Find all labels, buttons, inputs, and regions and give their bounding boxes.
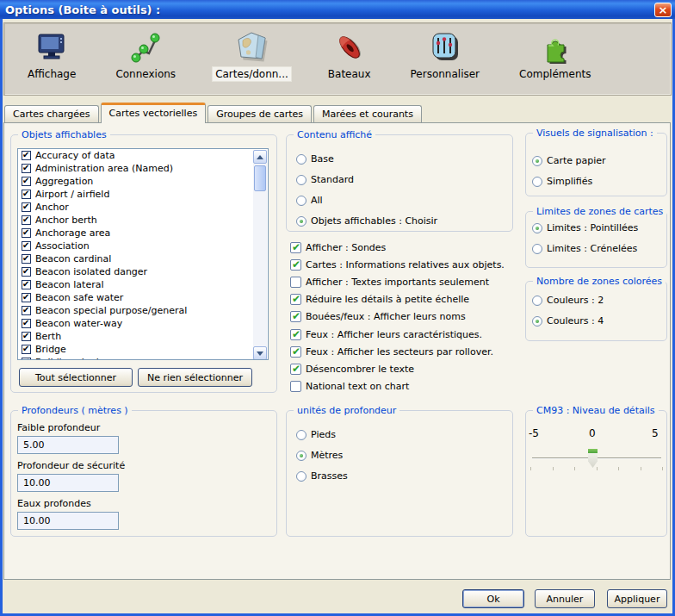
radio-objets-affichables[interactable]: Objets affichables : Choisir [296, 215, 437, 227]
checkbox-icon[interactable] [22, 345, 31, 354]
list-item[interactable]: Beacon lateral [18, 278, 268, 291]
checkbox-icon[interactable] [22, 164, 31, 173]
checkbox-icon[interactable] [290, 242, 301, 253]
list-item[interactable]: Airport / airfield [18, 188, 268, 201]
checkbox-icon[interactable] [22, 280, 31, 289]
checkbox-icon[interactable] [290, 294, 301, 305]
list-item[interactable]: Accuracy of data [18, 149, 268, 162]
radio-icon[interactable] [296, 430, 307, 440]
checkbox-icon[interactable] [22, 358, 31, 360]
cancel-button[interactable]: Annuler [535, 589, 595, 608]
scroll-up-button[interactable] [253, 150, 267, 164]
list-item[interactable]: Beacon water-way [18, 317, 268, 330]
checkbox-icon[interactable] [290, 346, 301, 358]
list-item[interactable]: Beacon isolated danger [18, 265, 268, 278]
select-none-button[interactable]: Ne rien sélectionner [138, 368, 252, 387]
list-item[interactable]: Beacon special purpose/general [18, 304, 268, 317]
scrollbar-thumb[interactable] [254, 165, 266, 191]
checkbox-icon[interactable] [22, 267, 31, 277]
radio-metres[interactable]: Mètres [296, 450, 343, 461]
list-item[interactable]: Anchor berth [18, 214, 268, 227]
radio-icon[interactable] [296, 175, 307, 185]
radio-icon[interactable] [296, 154, 307, 165]
safety-depth-field[interactable] [17, 474, 119, 492]
list-item[interactable]: Beacon safe water [18, 291, 268, 304]
list-item[interactable]: Aggregation [18, 175, 268, 188]
checkbox-reduire-details[interactable]: Réduire les détails à petite échelle [290, 294, 469, 305]
radio-couleurs-2[interactable]: Couleurs : 2 [532, 295, 604, 306]
tab-cartes-chargees[interactable]: Cartes chargées [4, 105, 99, 122]
checkbox-icon[interactable] [290, 277, 301, 288]
tab-cartes-vectorielles[interactable]: Cartes vectorielles [101, 103, 207, 123]
toolbar-item-personnaliser[interactable]: Personnaliser [408, 28, 483, 81]
checkbox-icon[interactable] [22, 306, 31, 315]
radio-icon[interactable] [532, 316, 542, 327]
checkbox-desencombrer[interactable]: Désencombrer le texte [290, 364, 414, 375]
radio-simplifies[interactable]: Simplifiés [532, 176, 592, 187]
toolbar-item-connexions[interactable]: Connexions [113, 28, 178, 81]
checkbox-icon[interactable] [22, 293, 31, 302]
toolbar-item-affichage[interactable]: Affichage [25, 28, 78, 81]
radio-icon[interactable] [532, 244, 542, 254]
checkbox-icon[interactable] [22, 202, 31, 212]
radio-icon[interactable] [296, 471, 307, 482]
radio-icon[interactable] [532, 156, 542, 166]
checkbox-icon[interactable] [22, 228, 31, 238]
checkbox-textes-importants[interactable]: Afficher : Textes importants seulement [290, 277, 489, 288]
radio-icon[interactable] [296, 451, 307, 461]
ok-button[interactable]: Ok [462, 589, 524, 608]
tab-marees-et-courants[interactable]: Marées et courants [313, 105, 422, 122]
radio-icon[interactable] [296, 196, 307, 206]
radio-couleurs-4[interactable]: Couleurs : 4 [532, 315, 604, 327]
checkbox-icon[interactable] [22, 215, 31, 225]
list-item[interactable]: Berth [18, 330, 268, 343]
checkbox-icon[interactable] [22, 319, 31, 328]
checkbox-icon[interactable] [22, 190, 31, 199]
select-all-button[interactable]: Tout sélectionner [19, 368, 133, 387]
objects-list[interactable]: Accuracy of data Administration area (Na… [17, 148, 269, 360]
list-item[interactable]: Anchor [18, 201, 268, 214]
list-item[interactable]: Administration area (Named) [18, 162, 268, 175]
list-item[interactable]: Beacon cardinal [18, 252, 268, 265]
list-item[interactable]: Association [18, 240, 268, 252]
checkbox-icon[interactable] [290, 259, 301, 271]
checkbox-icon[interactable] [290, 329, 301, 340]
shallow-depth-field[interactable] [17, 436, 119, 454]
close-button[interactable]: × [654, 3, 672, 17]
radio-icon[interactable] [296, 216, 307, 227]
checkbox-icon[interactable] [22, 241, 31, 251]
list-item[interactable]: Anchorage area [18, 227, 268, 240]
checkbox-cartes-informations[interactable]: Cartes : Informations relatives aux obje… [290, 259, 505, 271]
checkbox-feux-caracteristiques[interactable]: Feux : Afficher leurs caractéristiques. [290, 329, 482, 340]
radio-limites-pointillees[interactable]: Limites : Pointillées [532, 222, 638, 233]
toolbar-item-cartes[interactable]: Cartes/donn... [213, 28, 291, 81]
checkbox-icon[interactable] [290, 381, 301, 392]
radio-limites-crenelees[interactable]: Limites : Crénelées [532, 243, 637, 254]
checkbox-national-text[interactable]: National text on chart [290, 381, 409, 392]
radio-icon[interactable] [532, 177, 542, 187]
tab-groupes-de-cartes[interactable]: Groupes de cartes [207, 105, 312, 122]
checkbox-feux-secteurs[interactable]: Feux : Afficher les secteurs par rollove… [290, 346, 493, 358]
toolbar-item-bateaux[interactable]: Bateaux [325, 28, 374, 81]
list-item[interactable]: Bridge [18, 343, 268, 356]
deep-water-field[interactable] [17, 512, 119, 530]
toolbar-item-complements[interactable]: Compléments [517, 28, 593, 81]
radio-icon[interactable] [532, 223, 542, 233]
radio-standard[interactable]: Standard [296, 174, 354, 185]
radio-all[interactable]: All [296, 195, 323, 206]
title-bar[interactable]: Options (Boite à outils) : × [0, 0, 675, 19]
checkbox-icon[interactable] [22, 254, 31, 264]
radio-carte-papier[interactable]: Carte papier [532, 155, 606, 166]
radio-base[interactable]: Base [296, 153, 334, 165]
radio-brasses[interactable]: Brasses [296, 470, 348, 482]
scroll-down-button[interactable] [253, 346, 267, 360]
checkbox-afficher-sondes[interactable]: Afficher : Sondes [290, 242, 386, 253]
checkbox-bouees-noms[interactable]: Bouées/feux : Afficher leurs noms [290, 311, 466, 322]
checkbox-icon[interactable] [22, 151, 31, 160]
apply-button[interactable]: Appliquer [607, 589, 667, 608]
checkbox-icon[interactable] [290, 311, 301, 322]
radio-icon[interactable] [532, 296, 542, 306]
checkbox-icon[interactable] [22, 332, 31, 341]
vertical-scrollbar[interactable] [253, 150, 267, 360]
list-item[interactable]: Building single [18, 356, 268, 360]
